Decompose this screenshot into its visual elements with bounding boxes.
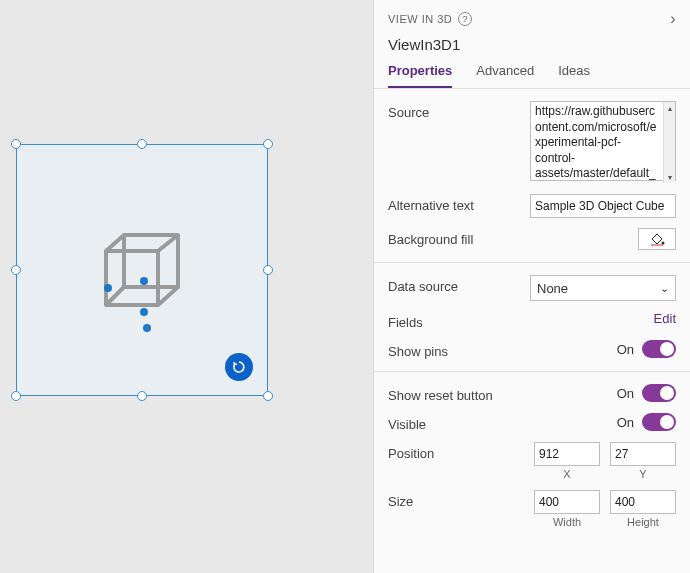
paint-bucket-icon bbox=[649, 232, 665, 246]
pin-marker[interactable] bbox=[104, 284, 112, 292]
fields-edit-link[interactable]: Edit bbox=[654, 311, 676, 326]
resize-handle[interactable] bbox=[11, 139, 21, 149]
background-fill-picker[interactable] bbox=[638, 228, 676, 250]
resize-handle[interactable] bbox=[263, 139, 273, 149]
show-reset-state: On bbox=[617, 386, 634, 401]
show-pins-state: On bbox=[617, 342, 634, 357]
data-source-select[interactable]: None ⌄ bbox=[530, 275, 676, 301]
resize-handle[interactable] bbox=[137, 391, 147, 401]
selection-box bbox=[16, 144, 268, 396]
show-reset-toggle[interactable] bbox=[642, 384, 676, 402]
properties-panel: VIEW IN 3D ? › ViewIn3D1 Properties Adva… bbox=[373, 0, 690, 573]
tab-ideas[interactable]: Ideas bbox=[558, 63, 590, 88]
tab-properties[interactable]: Properties bbox=[388, 63, 452, 88]
component-name: ViewIn3D1 bbox=[388, 36, 676, 53]
help-icon[interactable]: ? bbox=[458, 12, 472, 26]
resize-handle[interactable] bbox=[11, 265, 21, 275]
alternative-text-label: Alternative text bbox=[388, 194, 530, 213]
reset-view-button[interactable] bbox=[225, 353, 253, 381]
resize-handle[interactable] bbox=[263, 265, 273, 275]
size-label: Size bbox=[388, 490, 530, 509]
tab-advanced[interactable]: Advanced bbox=[476, 63, 534, 88]
chevron-down-icon: ⌄ bbox=[660, 282, 669, 295]
pin-marker[interactable] bbox=[140, 277, 148, 285]
source-label: Source bbox=[388, 101, 530, 120]
resize-handle[interactable] bbox=[263, 391, 273, 401]
position-label: Position bbox=[388, 442, 530, 461]
show-pins-toggle[interactable] bbox=[642, 340, 676, 358]
show-reset-label: Show reset button bbox=[388, 384, 530, 403]
svg-line-4 bbox=[158, 287, 178, 305]
breadcrumb[interactable]: VIEW IN 3D bbox=[388, 13, 452, 25]
pin-marker[interactable] bbox=[140, 308, 148, 316]
size-height-input[interactable] bbox=[610, 490, 676, 514]
size-width-caption: Width bbox=[534, 516, 600, 528]
visible-toggle[interactable] bbox=[642, 413, 676, 431]
visible-label: Visible bbox=[388, 413, 530, 432]
svg-line-2 bbox=[106, 235, 124, 251]
chevron-right-icon[interactable]: › bbox=[670, 10, 676, 28]
show-pins-label: Show pins bbox=[388, 340, 530, 359]
svg-point-6 bbox=[662, 242, 665, 245]
position-y-caption: Y bbox=[610, 468, 676, 480]
size-height-caption: Height bbox=[610, 516, 676, 528]
reset-icon bbox=[232, 360, 246, 374]
data-source-label: Data source bbox=[388, 275, 530, 294]
resize-handle[interactable] bbox=[137, 139, 147, 149]
resize-handle[interactable] bbox=[11, 391, 21, 401]
size-width-input[interactable] bbox=[534, 490, 600, 514]
source-input[interactable] bbox=[530, 101, 676, 181]
tab-bar: Properties Advanced Ideas bbox=[388, 63, 676, 88]
position-x-input[interactable] bbox=[534, 442, 600, 466]
position-x-caption: X bbox=[534, 468, 600, 480]
background-fill-label: Background fill bbox=[388, 228, 530, 247]
pin-marker[interactable] bbox=[143, 324, 151, 332]
scrollbar[interactable]: ▴▾ bbox=[663, 102, 675, 183]
fields-label: Fields bbox=[388, 311, 530, 330]
visible-state: On bbox=[617, 415, 634, 430]
view-in-3d-component[interactable] bbox=[16, 144, 268, 396]
svg-line-3 bbox=[158, 235, 178, 251]
data-source-value: None bbox=[537, 281, 568, 296]
position-y-input[interactable] bbox=[610, 442, 676, 466]
canvas-area[interactable] bbox=[0, 0, 373, 573]
alternative-text-input[interactable] bbox=[530, 194, 676, 218]
cube-3d-render[interactable] bbox=[100, 229, 184, 311]
